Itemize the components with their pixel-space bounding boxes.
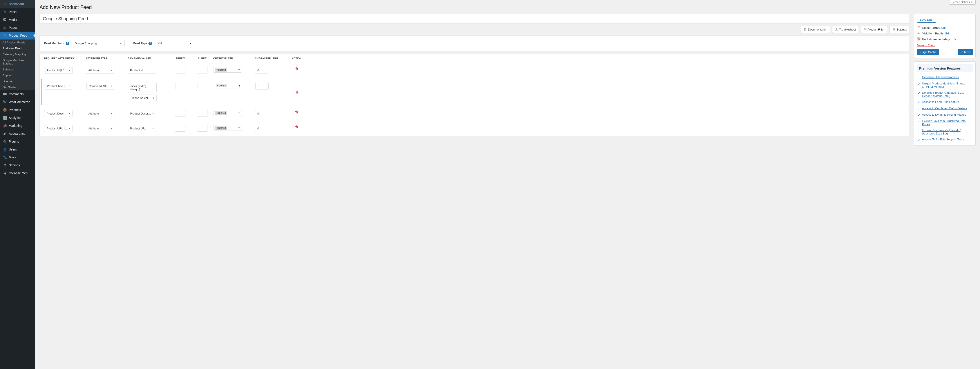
documentation-button[interactable]: 🗎Documentation [801, 26, 830, 33]
sidebar-item-pages[interactable]: ▤Pages [0, 24, 35, 32]
attr-type-select[interactable]: Attribute▾ [86, 125, 115, 132]
required-attr-select[interactable]: Product Id [id]▾ [44, 67, 73, 74]
chevron-down-icon: ▾ [153, 112, 154, 115]
move-to-trash-link[interactable]: Move to Trash [917, 44, 935, 47]
suffix-input[interactable] [197, 67, 208, 73]
sub-item-settings[interactable]: Settings [0, 67, 35, 73]
delete-row-button[interactable]: 🗑 [288, 90, 306, 94]
sidebar-item-marketing[interactable]: 📣Marketing [0, 122, 35, 130]
feature-item: ✓Generate Unlimited Products [917, 74, 973, 81]
sidebar-item-appearance[interactable]: 🖌Appearance [0, 130, 35, 138]
feature-link[interactable]: Access to Feed Rule Feature [922, 100, 959, 104]
sub-item-all-feeds[interactable]: All Product Feeds [0, 40, 35, 45]
feed-type-select[interactable]: XML▾ [154, 40, 194, 47]
feature-link[interactable]: Generate Unlimited Products [922, 76, 959, 79]
sub-item-get-started[interactable]: Get Started [0, 84, 35, 90]
sidebar-item-users[interactable]: 👤Users [0, 146, 35, 154]
edit-visibility-link[interactable]: Edit [945, 32, 950, 35]
output-filter-select[interactable]: ×Default▾ [213, 67, 242, 73]
delete-row-button[interactable]: 🗑 [288, 125, 305, 129]
char-limit-input[interactable]: 0 [255, 110, 268, 117]
sidebar-item-settings[interactable]: ⚙Settings [0, 161, 35, 169]
sidebar-item-plugins[interactable]: 🔌Plugins [0, 138, 35, 146]
char-limit-input[interactable]: 0 [255, 83, 269, 90]
assigned-value-select[interactable]: Product Description▾ [127, 110, 156, 117]
edit-status-link[interactable]: Edit [941, 26, 946, 29]
output-filter-select[interactable]: ×Default▾ [214, 83, 242, 89]
prefix-input[interactable] [175, 110, 186, 117]
suffix-input[interactable] [197, 125, 208, 131]
assigned-value-select[interactable]: Please Select▾ [128, 95, 157, 101]
sidebar-item-dashboard[interactable]: ⌂Dashboard [0, 0, 35, 8]
sub-item-support[interactable]: Support [0, 73, 35, 78]
feature-link[interactable]: Access to Dynamic Pricing Feature [922, 113, 966, 117]
screen-options-toggle[interactable]: Screen Options ▼ [949, 0, 975, 5]
sidebar-item-analytics[interactable]: 📊Analytics [0, 114, 35, 122]
purge-cache-button[interactable]: Purge Cache [917, 49, 939, 55]
attr-type-select[interactable]: Combined Attributes▾ [86, 83, 115, 90]
delete-row-button[interactable]: 🗑 [288, 110, 305, 114]
feature-link[interactable]: Unique Product Identifiers (Brand, GTIN,… [922, 82, 972, 89]
help-icon[interactable]: ? [66, 42, 69, 45]
feature-item: ✓Detailed Product Attributes (Size, Gend… [917, 90, 973, 99]
attr-type-select[interactable]: Attribute▾ [86, 110, 115, 117]
sidebar-item-tools[interactable]: 🔧Tools [0, 154, 35, 161]
suffix-input[interactable] [197, 83, 208, 89]
feed-title-input[interactable]: Google Shopping Feed [40, 14, 910, 24]
feature-link[interactable]: Access To An Elite Support Team. [922, 138, 965, 141]
sidebar-item-product-feed[interactable]: 🛒Product Feed [0, 32, 35, 40]
chevron-down-icon: ▾ [111, 112, 112, 115]
admin-sidebar: ⌂Dashboard ✎Posts 🖼Media ▤Pages 🛒Product… [0, 0, 35, 369]
feature-link[interactable]: Fix WooCommerce's (Json-Ld) Structured D… [922, 128, 972, 135]
publish-date-row: 📅Publish immediately Edit [917, 36, 973, 42]
attr-type-select[interactable]: Attribute▾ [86, 67, 115, 74]
feature-link[interactable]: Access to Combined Fields Feature [922, 107, 967, 110]
chevron-down-icon: ▾ [69, 69, 70, 72]
char-limit-input[interactable]: 0 [255, 67, 268, 74]
sidebar-item-posts[interactable]: ✎Posts [0, 8, 35, 16]
edit-date-link[interactable]: Edit [952, 38, 956, 41]
save-draft-button[interactable]: Save Draft [917, 17, 936, 22]
analytics-icon: 📊 [3, 116, 7, 120]
prefix-input[interactable] [175, 125, 186, 131]
comments-icon: 💬 [3, 92, 7, 96]
help-icon[interactable]: ? [148, 42, 152, 45]
check-icon: ✓ [918, 82, 920, 89]
prefix-input[interactable] [175, 67, 186, 73]
header-char: Character Limit [255, 57, 288, 60]
char-limit-input[interactable]: 0 [255, 125, 268, 132]
feature-link[interactable]: Detailed Product Attributes (Size, Gende… [922, 91, 972, 98]
required-attr-select[interactable]: Product URL [link]▾ [44, 125, 73, 132]
chevron-down-icon: ▾ [111, 69, 112, 72]
sub-item-license[interactable]: License [0, 78, 35, 84]
sidebar-item-products[interactable]: 📦Products [0, 106, 35, 114]
sub-item-category-mapping[interactable]: Category Mapping [0, 51, 35, 57]
combined-values-input[interactable]: {title} {width} {height} [128, 83, 157, 93]
output-filter-select[interactable]: ×Default▾ [213, 125, 242, 131]
products-icon: 📦 [3, 108, 7, 112]
product-filter-button[interactable]: ▽Product Filter [861, 26, 887, 33]
sidebar-item-woocommerce[interactable]: WWooCommerce [0, 98, 35, 106]
delete-row-button[interactable]: 🗑 [288, 67, 305, 71]
sub-item-google-merchant[interactable]: Google Merchant Settings [0, 57, 35, 67]
sidebar-item-media[interactable]: 🖼Media [0, 16, 35, 24]
sub-item-add-new-feed[interactable]: Add New Feed [0, 45, 35, 51]
output-filter-select[interactable]: ×Default▾ [213, 110, 242, 116]
feature-link[interactable]: Exclude Tax From Structured Data Prices [922, 119, 972, 126]
marketing-icon: 📣 [3, 124, 7, 128]
feed-merchant-select[interactable]: Google Shopping▾ [72, 40, 124, 47]
publish-button[interactable]: Publish [958, 49, 973, 55]
settings-button[interactable]: ⚙Settings [889, 26, 910, 33]
troubleshoot-button[interactable]: ⚠Troubleshoot [832, 26, 859, 33]
assigned-value-select[interactable]: Product Id▾ [127, 67, 156, 74]
header-action: Action [288, 57, 305, 60]
attributes-table: Required Attributes Attribute Type Assig… [40, 54, 910, 136]
woocommerce-icon: W [3, 100, 7, 104]
prefix-input[interactable] [175, 83, 186, 89]
sidebar-item-collapse[interactable]: ◀Collapse menu [0, 169, 35, 177]
assigned-value-select[interactable]: Product URL▾ [127, 125, 156, 132]
sidebar-item-comments[interactable]: 💬Comments [0, 90, 35, 98]
suffix-input[interactable] [197, 110, 208, 117]
required-attr-select[interactable]: Product Description [description]▾ [44, 110, 73, 117]
required-attr-select[interactable]: Product Title [title]▾ [45, 83, 73, 90]
